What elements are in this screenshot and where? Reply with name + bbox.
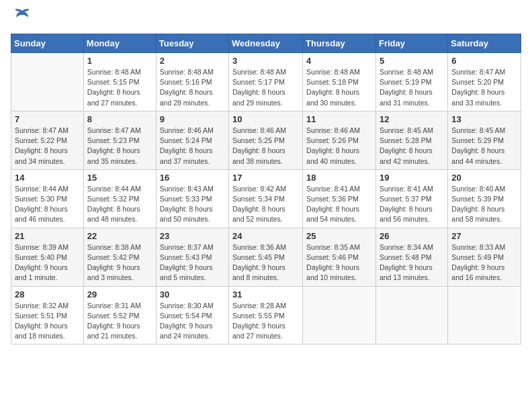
day-info: Sunrise: 8:48 AM Sunset: 5:15 PM Dayligh… xyxy=(87,67,152,108)
day-info: Sunrise: 8:44 AM Sunset: 5:30 PM Dayligh… xyxy=(15,184,80,225)
day-number: 1 xyxy=(87,56,152,66)
day-number: 5 xyxy=(380,56,444,66)
day-number: 10 xyxy=(232,114,299,124)
calendar-cell: 8Sunrise: 8:47 AM Sunset: 5:23 PM Daylig… xyxy=(83,111,156,169)
calendar-cell: 1Sunrise: 8:48 AM Sunset: 5:15 PM Daylig… xyxy=(83,53,156,111)
day-number: 6 xyxy=(451,56,517,66)
calendar-cell: 14Sunrise: 8:44 AM Sunset: 5:30 PM Dayli… xyxy=(11,169,84,228)
calendar-cell: 21Sunrise: 8:39 AM Sunset: 5:40 PM Dayli… xyxy=(11,228,84,286)
calendar-header-row: SundayMondayTuesdayWednesdayThursdayFrid… xyxy=(11,34,521,53)
day-number: 2 xyxy=(160,56,225,66)
day-info: Sunrise: 8:42 AM Sunset: 5:34 PM Dayligh… xyxy=(232,184,299,225)
calendar-cell: 28Sunrise: 8:32 AM Sunset: 5:51 PM Dayli… xyxy=(11,286,84,345)
day-info: Sunrise: 8:32 AM Sunset: 5:51 PM Dayligh… xyxy=(15,301,80,342)
day-info: Sunrise: 8:36 AM Sunset: 5:45 PM Dayligh… xyxy=(232,242,299,283)
calendar-cell: 24Sunrise: 8:36 AM Sunset: 5:45 PM Dayli… xyxy=(229,228,303,286)
day-info: Sunrise: 8:46 AM Sunset: 5:24 PM Dayligh… xyxy=(160,126,225,167)
day-number: 19 xyxy=(380,173,444,183)
calendar-cell: 12Sunrise: 8:45 AM Sunset: 5:28 PM Dayli… xyxy=(375,111,447,169)
day-info: Sunrise: 8:28 AM Sunset: 5:55 PM Dayligh… xyxy=(232,301,299,342)
calendar-week-row: 28Sunrise: 8:32 AM Sunset: 5:51 PM Dayli… xyxy=(11,286,521,345)
day-number: 4 xyxy=(306,56,372,66)
calendar-cell: 3Sunrise: 8:48 AM Sunset: 5:17 PM Daylig… xyxy=(229,53,303,111)
calendar-week-row: 21Sunrise: 8:39 AM Sunset: 5:40 PM Dayli… xyxy=(11,228,521,286)
day-info: Sunrise: 8:46 AM Sunset: 5:26 PM Dayligh… xyxy=(306,126,372,167)
day-number: 28 xyxy=(15,289,80,300)
day-info: Sunrise: 8:48 AM Sunset: 5:19 PM Dayligh… xyxy=(380,67,444,108)
day-number: 15 xyxy=(87,173,152,183)
calendar-cell: 6Sunrise: 8:47 AM Sunset: 5:20 PM Daylig… xyxy=(448,53,521,111)
calendar-cell: 22Sunrise: 8:38 AM Sunset: 5:42 PM Dayli… xyxy=(83,228,156,286)
day-info: Sunrise: 8:48 AM Sunset: 5:17 PM Dayligh… xyxy=(232,67,299,108)
calendar-day-header: Friday xyxy=(375,34,447,53)
day-info: Sunrise: 8:45 AM Sunset: 5:28 PM Dayligh… xyxy=(380,126,444,167)
day-info: Sunrise: 8:34 AM Sunset: 5:48 PM Dayligh… xyxy=(380,242,444,283)
day-info: Sunrise: 8:41 AM Sunset: 5:37 PM Dayligh… xyxy=(380,184,444,225)
day-info: Sunrise: 8:46 AM Sunset: 5:25 PM Dayligh… xyxy=(232,126,299,167)
day-number: 23 xyxy=(160,231,225,241)
day-number: 26 xyxy=(380,231,444,241)
day-info: Sunrise: 8:40 AM Sunset: 5:39 PM Dayligh… xyxy=(451,184,517,225)
calendar-cell xyxy=(448,286,521,345)
logo xyxy=(11,11,31,26)
calendar-day-header: Thursday xyxy=(303,34,376,53)
calendar-cell: 13Sunrise: 8:45 AM Sunset: 5:29 PM Dayli… xyxy=(448,111,521,169)
calendar-cell: 30Sunrise: 8:30 AM Sunset: 5:54 PM Dayli… xyxy=(156,286,228,345)
calendar-cell: 18Sunrise: 8:41 AM Sunset: 5:36 PM Dayli… xyxy=(303,169,376,228)
day-info: Sunrise: 8:30 AM Sunset: 5:54 PM Dayligh… xyxy=(160,301,225,342)
day-number: 3 xyxy=(232,56,299,66)
day-number: 13 xyxy=(451,114,517,124)
calendar-cell: 9Sunrise: 8:46 AM Sunset: 5:24 PM Daylig… xyxy=(156,111,228,169)
day-info: Sunrise: 8:33 AM Sunset: 5:49 PM Dayligh… xyxy=(451,242,517,283)
day-number: 7 xyxy=(15,114,80,124)
day-info: Sunrise: 8:47 AM Sunset: 5:20 PM Dayligh… xyxy=(451,67,517,108)
page-header xyxy=(11,11,521,26)
calendar-cell: 17Sunrise: 8:42 AM Sunset: 5:34 PM Dayli… xyxy=(229,169,303,228)
day-number: 12 xyxy=(380,114,444,124)
day-info: Sunrise: 8:47 AM Sunset: 5:23 PM Dayligh… xyxy=(87,126,152,167)
calendar-cell: 27Sunrise: 8:33 AM Sunset: 5:49 PM Dayli… xyxy=(448,228,521,286)
calendar-cell: 4Sunrise: 8:48 AM Sunset: 5:18 PM Daylig… xyxy=(303,53,376,111)
day-number: 8 xyxy=(87,114,152,124)
calendar-cell: 29Sunrise: 8:31 AM Sunset: 5:52 PM Dayli… xyxy=(83,286,156,345)
day-number: 14 xyxy=(15,173,80,183)
day-number: 30 xyxy=(160,289,225,300)
day-info: Sunrise: 8:47 AM Sunset: 5:22 PM Dayligh… xyxy=(15,126,80,167)
day-number: 17 xyxy=(232,173,299,183)
calendar-cell: 11Sunrise: 8:46 AM Sunset: 5:26 PM Dayli… xyxy=(303,111,376,169)
calendar-cell: 2Sunrise: 8:48 AM Sunset: 5:16 PM Daylig… xyxy=(156,53,228,111)
calendar-day-header: Saturday xyxy=(448,34,521,53)
calendar-cell: 31Sunrise: 8:28 AM Sunset: 5:55 PM Dayli… xyxy=(229,286,303,345)
calendar-cell: 15Sunrise: 8:44 AM Sunset: 5:32 PM Dayli… xyxy=(83,169,156,228)
calendar-day-header: Tuesday xyxy=(156,34,228,53)
calendar-cell xyxy=(11,53,84,111)
calendar-week-row: 14Sunrise: 8:44 AM Sunset: 5:30 PM Dayli… xyxy=(11,169,521,228)
day-info: Sunrise: 8:43 AM Sunset: 5:33 PM Dayligh… xyxy=(160,184,225,225)
day-number: 22 xyxy=(87,231,152,241)
day-number: 31 xyxy=(232,289,299,300)
day-number: 16 xyxy=(160,173,225,183)
calendar-day-header: Monday xyxy=(83,34,156,53)
day-info: Sunrise: 8:48 AM Sunset: 5:18 PM Dayligh… xyxy=(306,67,372,108)
calendar-cell: 7Sunrise: 8:47 AM Sunset: 5:22 PM Daylig… xyxy=(11,111,84,169)
calendar-cell: 23Sunrise: 8:37 AM Sunset: 5:43 PM Dayli… xyxy=(156,228,228,286)
calendar-day-header: Sunday xyxy=(11,34,84,53)
calendar-cell: 19Sunrise: 8:41 AM Sunset: 5:37 PM Dayli… xyxy=(375,169,447,228)
calendar-cell: 26Sunrise: 8:34 AM Sunset: 5:48 PM Dayli… xyxy=(375,228,447,286)
calendar-cell: 20Sunrise: 8:40 AM Sunset: 5:39 PM Dayli… xyxy=(448,169,521,228)
day-info: Sunrise: 8:48 AM Sunset: 5:16 PM Dayligh… xyxy=(160,67,225,108)
day-info: Sunrise: 8:31 AM Sunset: 5:52 PM Dayligh… xyxy=(87,301,152,342)
calendar-cell xyxy=(375,286,447,345)
day-number: 20 xyxy=(451,173,517,183)
calendar-week-row: 1Sunrise: 8:48 AM Sunset: 5:15 PM Daylig… xyxy=(11,53,521,111)
day-info: Sunrise: 8:41 AM Sunset: 5:36 PM Dayligh… xyxy=(306,184,372,225)
day-info: Sunrise: 8:45 AM Sunset: 5:29 PM Dayligh… xyxy=(451,126,517,167)
day-info: Sunrise: 8:35 AM Sunset: 5:46 PM Dayligh… xyxy=(306,242,372,283)
day-number: 11 xyxy=(306,114,372,124)
day-number: 27 xyxy=(451,231,517,241)
calendar-table: SundayMondayTuesdayWednesdayThursdayFrid… xyxy=(11,34,521,345)
day-number: 24 xyxy=(232,231,299,241)
day-info: Sunrise: 8:38 AM Sunset: 5:42 PM Dayligh… xyxy=(87,242,152,283)
calendar-cell: 25Sunrise: 8:35 AM Sunset: 5:46 PM Dayli… xyxy=(303,228,376,286)
day-info: Sunrise: 8:37 AM Sunset: 5:43 PM Dayligh… xyxy=(160,242,225,283)
